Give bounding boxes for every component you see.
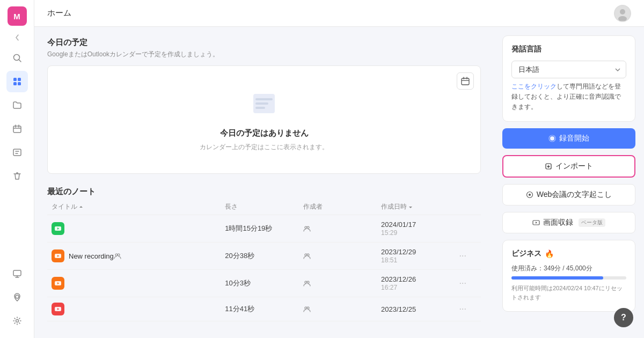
svg-rect-16 bbox=[255, 102, 268, 105]
svg-point-30 bbox=[305, 307, 307, 309]
svg-rect-4 bbox=[18, 82, 21, 85]
center-content: 今日の予定 GoogleまたはOutlookカレンダーで予定を作成しましょう。 bbox=[34, 27, 494, 338]
sidebar: M bbox=[0, 0, 34, 338]
no-schedule-illustration bbox=[248, 87, 280, 120]
language-desc: ここをクリックして専門用語などを登録しておくと、より正確に音声認識できます。 bbox=[511, 82, 626, 113]
note-action: ··· bbox=[455, 243, 481, 270]
reset-text: 利用可能時間は2024/02/24 10:47にリセットされます bbox=[511, 284, 626, 303]
language-link[interactable]: ここをクリック bbox=[511, 83, 557, 90]
note-creator bbox=[299, 270, 377, 297]
creator-icon bbox=[303, 280, 311, 287]
svg-rect-13 bbox=[462, 78, 469, 85]
note-title-cell: New recording bbox=[47, 243, 221, 270]
svg-point-24 bbox=[305, 254, 307, 256]
col-header-date[interactable]: 作成日時 bbox=[381, 202, 413, 211]
note-title-cell bbox=[47, 297, 221, 321]
creator-icon bbox=[303, 305, 311, 313]
col-header-creator: 作成者 bbox=[299, 199, 377, 215]
no-schedule-text: 今日の予定はありません bbox=[220, 128, 309, 138]
page-title: ホーム bbox=[47, 8, 71, 18]
notes-title: 最近のノート bbox=[47, 187, 481, 197]
collapse-chevron[interactable] bbox=[12, 32, 23, 43]
note-action: ··· bbox=[455, 297, 481, 321]
svg-point-28 bbox=[307, 281, 309, 283]
note-title-cell bbox=[47, 215, 221, 243]
web-meeting-button[interactable]: Web会議の文字起こし bbox=[502, 184, 635, 205]
note-creator bbox=[299, 297, 377, 321]
sidebar-item-list[interactable] bbox=[6, 142, 28, 163]
note-date: 2023/12/2616:27 bbox=[377, 270, 455, 297]
sidebar-item-monitor[interactable] bbox=[6, 263, 28, 284]
language-title: 発話言語 bbox=[511, 45, 626, 54]
language-select[interactable]: 日本語 English bbox=[511, 61, 626, 78]
svg-rect-15 bbox=[255, 98, 273, 100]
note-icon bbox=[52, 249, 64, 262]
avatar[interactable]: M bbox=[8, 6, 27, 26]
schedule-subtitle: GoogleまたはOutlookカレンダーで予定を作成しましょう。 bbox=[47, 50, 481, 59]
header-avatar[interactable] bbox=[614, 5, 631, 22]
note-title-cell bbox=[47, 270, 221, 297]
notes-table: タイトル 長さ 作成者 作成日時 bbox=[47, 199, 481, 321]
more-button[interactable]: ··· bbox=[459, 251, 466, 260]
col-header-length: 長さ bbox=[221, 199, 298, 215]
svg-point-19 bbox=[305, 226, 307, 229]
sidebar-item-settings[interactable] bbox=[6, 310, 28, 332]
svg-point-31 bbox=[307, 307, 309, 309]
sidebar-item-folder[interactable] bbox=[6, 94, 28, 116]
sidebar-item-trash[interactable] bbox=[6, 165, 28, 187]
header: ホーム bbox=[34, 0, 644, 27]
svg-point-20 bbox=[307, 226, 309, 229]
record-button[interactable]: 録音開始 bbox=[502, 128, 635, 149]
sidebar-item-search[interactable] bbox=[6, 47, 28, 69]
schedule-title: 今日の予定 bbox=[47, 38, 481, 48]
usage-bar-bg bbox=[511, 276, 626, 280]
table-row[interactable]: 11分41秒 2023/12/25 ··· bbox=[47, 297, 481, 321]
svg-point-11 bbox=[620, 9, 625, 14]
main-area: ホーム 今日の予定 GoogleまたはOutlookカレンダーで予定を作成しまし… bbox=[34, 0, 644, 338]
svg-rect-1 bbox=[13, 78, 17, 81]
creator-icon bbox=[303, 225, 311, 232]
right-panel: 発話言語 日本語 English ここをクリックして専門用語などを登録しておくと… bbox=[494, 27, 644, 338]
svg-point-22 bbox=[115, 254, 118, 256]
screen-record-badge: ベータ版 bbox=[579, 218, 605, 227]
note-length: 1時間15分19秒 bbox=[221, 215, 298, 243]
note-action bbox=[455, 215, 481, 243]
table-row[interactable]: 1時間15分19秒 2024/01/1715:29 bbox=[47, 215, 481, 243]
note-length: 11分41秒 bbox=[221, 297, 298, 321]
note-icon bbox=[52, 222, 64, 235]
sidebar-item-location[interactable] bbox=[6, 286, 28, 308]
svg-point-27 bbox=[305, 281, 307, 283]
note-length: 10分3秒 bbox=[221, 270, 298, 297]
svg-point-0 bbox=[13, 55, 19, 61]
svg-point-36 bbox=[529, 194, 531, 196]
content-area: 今日の予定 GoogleまたはOutlookカレンダーで予定を作成しましょう。 bbox=[34, 27, 644, 338]
svg-rect-3 bbox=[13, 82, 17, 85]
schedule-card: 今日の予定はありません カレンダー上の予定はここに表示されます。 bbox=[47, 65, 481, 174]
import-button[interactable]: インポート bbox=[502, 155, 635, 178]
svg-rect-2 bbox=[18, 78, 21, 81]
svg-point-25 bbox=[307, 254, 309, 256]
calendar-icon-button[interactable] bbox=[457, 72, 474, 90]
note-title: New recording bbox=[69, 252, 114, 260]
note-icon bbox=[52, 277, 64, 290]
col-header-title[interactable]: タイトル bbox=[52, 202, 84, 211]
fire-icon: 🔥 bbox=[545, 249, 554, 258]
usage-text: 使用済み：349分 / 45,000分 bbox=[511, 264, 626, 273]
help-button[interactable]: ? bbox=[614, 308, 633, 327]
more-button[interactable]: ··· bbox=[459, 278, 466, 288]
creator-icon bbox=[303, 252, 311, 260]
sidebar-item-home[interactable] bbox=[6, 71, 28, 92]
screen-record-button[interactable]: 画面収録 ベータ版 bbox=[502, 212, 635, 233]
note-icon bbox=[52, 303, 64, 315]
note-length: 20分38秒 bbox=[221, 243, 298, 270]
note-action: ··· bbox=[455, 270, 481, 297]
svg-point-9 bbox=[16, 320, 18, 322]
no-schedule-sub: カレンダー上の予定はここに表示されます。 bbox=[200, 143, 328, 152]
table-row[interactable]: New recording 20分38秒 2023/12/2918:51 ··· bbox=[47, 243, 481, 270]
note-date: 2023/12/2918:51 bbox=[377, 243, 455, 270]
notes-section: 最近のノート タイトル 長さ 作成者 bbox=[47, 187, 481, 321]
table-row[interactable]: 10分3秒 2023/12/2616:27 ··· bbox=[47, 270, 481, 297]
note-creator bbox=[299, 243, 377, 270]
more-button[interactable]: ··· bbox=[459, 304, 466, 313]
sidebar-item-calendar[interactable] bbox=[6, 118, 28, 139]
